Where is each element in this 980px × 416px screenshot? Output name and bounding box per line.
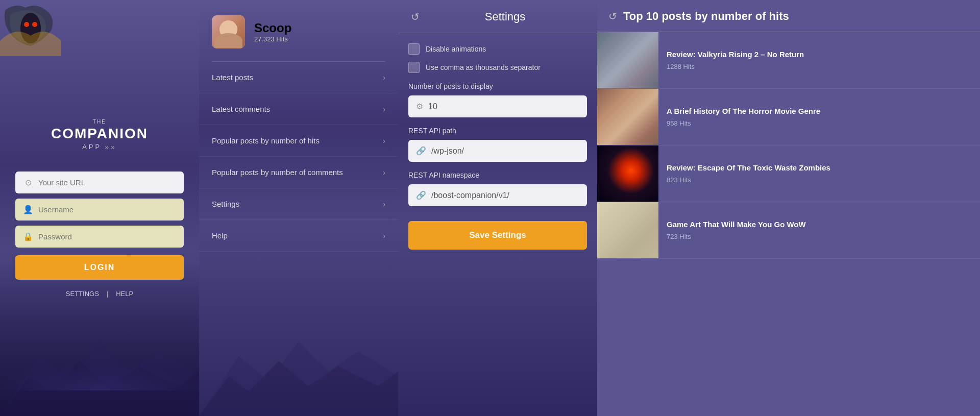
- login-button[interactable]: LOGIN: [15, 255, 184, 280]
- settings-panel: ↺ Settings Disable animations Use comma …: [398, 0, 597, 416]
- menu-item-settings[interactable]: Settings›: [199, 188, 398, 220]
- checkbox-comma-separator[interactable]: Use comma as thousands separator: [408, 62, 587, 73]
- user-info: Scoop 27.323 Hits: [254, 21, 291, 43]
- checkbox-disable-animations[interactable]: Disable animations: [408, 43, 587, 55]
- post-item[interactable]: Review: Escape Of The Toxic Waste Zombie…: [597, 145, 980, 202]
- username-input[interactable]: [38, 205, 176, 214]
- link-icon-path: 🔗: [416, 146, 426, 156]
- menu-panel: Scoop 27.323 Hits Latest posts›Latest co…: [199, 0, 398, 416]
- username-input-wrapper[interactable]: 👤: [15, 199, 184, 221]
- top-posts-title: Top 10 posts by number of hits: [623, 9, 789, 24]
- links-divider: |: [107, 290, 108, 298]
- settings-link[interactable]: SETTINGS: [66, 290, 99, 298]
- post-info: Review: Valkyria Rising 2 – No Return 12…: [658, 32, 812, 88]
- menu-item-help[interactable]: Help›: [199, 220, 398, 252]
- chevron-right-icon: ›: [383, 137, 385, 145]
- mountain-bg: [0, 316, 199, 416]
- avatar-image: [212, 15, 245, 48]
- user-name: Scoop: [254, 21, 291, 35]
- password-input[interactable]: [38, 232, 176, 241]
- svg-marker-1: [0, 361, 199, 416]
- menu-item-label: Popular posts by number of hits: [212, 136, 320, 145]
- top-posts-back-icon[interactable]: ↺: [608, 10, 617, 22]
- rest-api-path-label: REST API path: [408, 127, 587, 135]
- settings-header: ↺ Settings: [398, 0, 597, 33]
- post-thumbnail: [597, 32, 658, 88]
- globe-icon: ⊙: [23, 178, 33, 187]
- menu-item-label: Popular posts by number of comments: [212, 168, 343, 177]
- login-links: SETTINGS | HELP: [66, 290, 133, 298]
- menu-item-latest-comments[interactable]: Latest comments›: [199, 93, 398, 125]
- settings-body: Disable animations Use comma as thousand…: [398, 33, 597, 416]
- chevron-right-icon: ›: [383, 232, 385, 240]
- logo: THE COMPANION APP »»: [51, 119, 148, 151]
- post-info: Review: Escape Of The Toxic Waste Zombie…: [658, 145, 839, 202]
- post-hits: 958 Hits: [667, 119, 820, 127]
- post-info: A Brief History Of The Horror Movie Genr…: [658, 89, 828, 145]
- menu-item-popular-comments[interactable]: Popular posts by number of comments›: [199, 157, 398, 188]
- chevron-right-icon: ›: [383, 168, 385, 177]
- svg-marker-0: [0, 341, 199, 416]
- chevron-right-icon: ›: [383, 200, 385, 208]
- num-posts-input-wrapper[interactable]: ⚙: [408, 95, 587, 117]
- menu-list: Latest posts›Latest comments›Popular pos…: [199, 62, 398, 416]
- logo-app-text: APP: [82, 143, 102, 151]
- checkbox-comma-separator-box[interactable]: [408, 62, 420, 73]
- post-item[interactable]: A Brief History Of The Horror Movie Genr…: [597, 89, 980, 145]
- post-item[interactable]: Game Art That Will Make You Go WoW 723 H…: [597, 202, 980, 259]
- post-thumbnail: [597, 145, 658, 202]
- checkbox-disable-animations-label: Disable animations: [426, 45, 486, 53]
- post-title: Game Art That Will Make You Go WoW: [667, 219, 806, 230]
- post-hits: 723 Hits: [667, 233, 806, 240]
- user-header: Scoop 27.323 Hits: [199, 0, 398, 61]
- user-hits: 27.323 Hits: [254, 35, 291, 43]
- rest-api-namespace-input-wrapper[interactable]: 🔗: [408, 184, 587, 206]
- num-posts-label: Number of posts to display: [408, 82, 587, 90]
- password-input-wrapper[interactable]: 🔒: [15, 226, 184, 248]
- post-item[interactable]: Review: Valkyria Rising 2 – No Return 12…: [597, 32, 980, 89]
- post-title: Review: Escape Of The Toxic Waste Zombie…: [667, 163, 830, 173]
- menu-item-latest-posts[interactable]: Latest posts›: [199, 62, 398, 93]
- post-title: Review: Valkyria Rising 2 – No Return: [667, 50, 804, 60]
- menu-item-popular-hits[interactable]: Popular posts by number of hits›: [199, 125, 398, 157]
- settings-title: Settings: [426, 10, 584, 23]
- post-info: Game Art That Will Make You Go WoW 723 H…: [658, 202, 814, 258]
- settings-back-icon[interactable]: ↺: [411, 11, 420, 23]
- rest-api-path-input[interactable]: [431, 146, 579, 156]
- login-form: ⊙ 👤 🔒 LOGIN: [15, 172, 184, 280]
- url-input[interactable]: [38, 178, 176, 187]
- gear-icon: ⚙: [416, 102, 423, 111]
- link-icon-namespace: 🔗: [416, 190, 426, 200]
- checkbox-comma-separator-label: Use comma as thousands separator: [426, 63, 541, 71]
- top-posts-header: ↺ Top 10 posts by number of hits: [597, 0, 980, 32]
- post-thumbnail: [597, 202, 658, 258]
- lock-icon: 🔒: [23, 232, 33, 241]
- menu-item-label: Latest posts: [212, 73, 253, 82]
- checkbox-disable-animations-box[interactable]: [408, 43, 420, 55]
- logo-companion: COMPANION: [51, 126, 148, 142]
- top-posts-panel: ↺ Top 10 posts by number of hits Review:…: [597, 0, 980, 416]
- num-posts-input[interactable]: [428, 102, 579, 111]
- rest-api-path-input-wrapper[interactable]: 🔗: [408, 140, 587, 162]
- post-hits: 1288 Hits: [667, 63, 804, 70]
- logo-arrows: »»: [105, 143, 117, 151]
- save-settings-button[interactable]: Save Settings: [408, 221, 587, 250]
- chevron-right-icon: ›: [383, 105, 385, 113]
- help-link[interactable]: HELP: [116, 290, 133, 298]
- post-hits: 823 Hits: [667, 176, 830, 184]
- posts-list: Review: Valkyria Rising 2 – No Return 12…: [597, 32, 980, 416]
- menu-item-label: Settings: [212, 200, 239, 208]
- rest-api-namespace-input[interactable]: [431, 191, 579, 200]
- user-icon: 👤: [23, 205, 33, 214]
- post-title: A Brief History Of The Horror Movie Genr…: [667, 106, 820, 116]
- rest-api-namespace-label: REST API namespace: [408, 171, 587, 179]
- menu-item-label: Help: [212, 231, 228, 240]
- login-panel: THE COMPANION APP »» ⊙ 👤 🔒 LOGIN SETTING…: [0, 0, 199, 416]
- user-avatar: [212, 15, 245, 48]
- chevron-right-icon: ›: [383, 74, 385, 82]
- menu-item-label: Latest comments: [212, 105, 270, 113]
- logo-app: APP »»: [51, 143, 148, 151]
- post-thumbnail: [597, 89, 658, 145]
- logo-the: THE: [51, 119, 148, 125]
- url-input-wrapper[interactable]: ⊙: [15, 172, 184, 193]
